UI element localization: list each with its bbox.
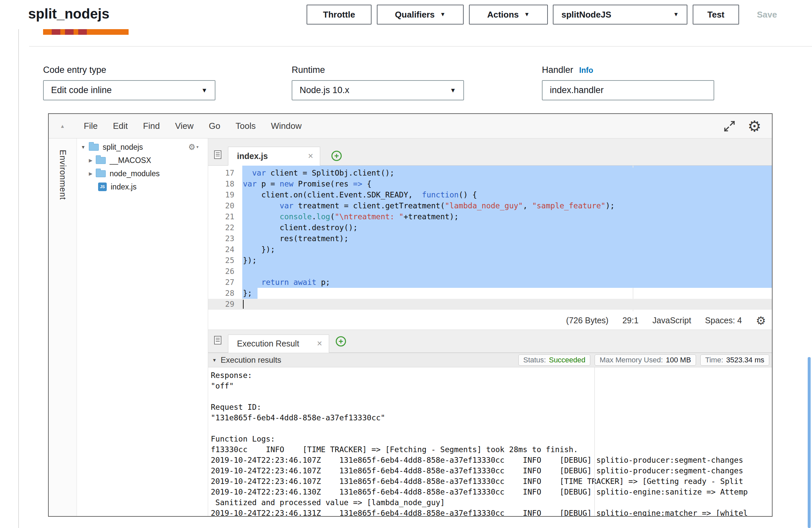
handler-info-link[interactable]: Info <box>579 66 593 75</box>
code-line-17[interactable]: 17 var client = SplitObj.client(); <box>208 167 772 178</box>
code-text: return await p; <box>243 277 330 288</box>
close-icon[interactable]: × <box>317 339 322 349</box>
menu-edit[interactable]: Edit <box>105 121 135 131</box>
line-number[interactable]: 23 <box>208 233 234 244</box>
log-line: "131e865f-6eb4-4dd8-858e-a37ef13330cc" <box>211 412 772 423</box>
tree-item--macosx[interactable]: ▶__MACOSX <box>77 154 208 167</box>
chevron-down-icon: ▼ <box>201 87 207 94</box>
new-tab-icon[interactable]: + <box>331 151 342 161</box>
code-text: }); <box>243 255 257 266</box>
memory-badge: Max Memory Used: 100 MB <box>595 354 696 366</box>
tree-item-label: index.js <box>111 182 136 191</box>
code-area[interactable]: 17 var client = SplitObj.client();18var … <box>208 166 772 311</box>
log-line: Request ID: <box>211 402 772 412</box>
editor-settings-gear-icon[interactable]: ⚙ <box>756 315 766 326</box>
tree-item-node-modules[interactable]: ▶node_modules <box>77 167 208 180</box>
menu-window[interactable]: Window <box>263 121 309 131</box>
page-scrollbar[interactable] <box>808 357 811 528</box>
menu-find[interactable]: Find <box>135 121 168 131</box>
code-line-18[interactable]: 18var p = new Promise(res => { <box>208 178 772 189</box>
chevron-down-icon[interactable]: ▼ <box>212 357 217 363</box>
language-mode[interactable]: JavaScript <box>653 316 691 325</box>
file-tree: ▼ split_nodejs ⚙▾ ▶__MACOSX▶node_modules… <box>77 138 208 516</box>
code-line-27[interactable]: 27 return await p; <box>208 277 772 288</box>
fullscreen-icon[interactable] <box>723 120 736 132</box>
runtime-value: Node.js 10.x <box>300 85 349 96</box>
tree-settings-gear-icon[interactable]: ⚙▾ <box>188 143 199 152</box>
tab-list-icon[interactable] <box>213 335 223 347</box>
line-number[interactable]: 27 <box>208 277 234 288</box>
line-number[interactable]: 19 <box>208 189 234 201</box>
qualifiers-button-label: Qualifiers <box>395 10 435 20</box>
qualifiers-button[interactable]: Qualifiers ▼ <box>377 5 464 25</box>
environment-tab[interactable]: Environment <box>58 150 68 200</box>
close-icon[interactable]: × <box>308 151 313 161</box>
menu-go[interactable]: Go <box>201 121 228 131</box>
execution-badges: Status: Succeeded Max Memory Used: 100 M… <box>518 354 769 366</box>
tab-label: index.js <box>237 151 268 161</box>
log-line: Function Logs: <box>211 434 772 444</box>
chevron-right-icon: ▶ <box>89 171 92 176</box>
js-file-icon: JS <box>98 182 107 191</box>
line-number[interactable]: 18 <box>208 178 234 189</box>
cursor-position[interactable]: 29:1 <box>622 316 639 325</box>
handler-input[interactable] <box>542 80 714 100</box>
menu-file[interactable]: File <box>76 121 105 131</box>
code-line-23[interactable]: 23 res(treatment); <box>208 233 772 244</box>
new-tab-icon[interactable]: + <box>336 336 346 347</box>
menu-tools[interactable]: Tools <box>228 121 263 131</box>
throttle-button-label: Throttle <box>323 10 355 20</box>
log-lines: Response:"off"Request ID:"131e865f-6eb4-… <box>211 370 772 516</box>
code-line-24[interactable]: 24 }); <box>208 244 772 255</box>
tree-root-split-nodejs[interactable]: ▼ split_nodejs ⚙▾ <box>77 141 208 154</box>
alias-select-value: splitNodeJS <box>562 10 611 20</box>
menu-view[interactable]: View <box>168 121 201 131</box>
status-value: Succeeded <box>549 356 585 364</box>
tab-execution-result[interactable]: Execution Result × <box>228 335 329 353</box>
collapse-menubar-icon[interactable]: ▲ <box>60 123 65 129</box>
line-number[interactable]: 25 <box>208 255 234 266</box>
throttle-button[interactable]: Throttle <box>307 5 372 25</box>
test-button-label: Test <box>707 10 725 20</box>
line-number[interactable]: 24 <box>208 244 234 255</box>
clipped-banner <box>43 29 129 35</box>
chevron-down-icon[interactable]: ▼ <box>81 144 86 150</box>
code-line-22[interactable]: 22 client.destroy(); <box>208 222 772 233</box>
indent-setting[interactable]: Spaces: 4 <box>705 316 742 325</box>
test-button[interactable]: Test <box>693 5 739 25</box>
memory-value: 100 MB <box>666 356 691 364</box>
code-line-21[interactable]: 21 console.log("\ntreatment: "+treatment… <box>208 211 772 222</box>
code-line-19[interactable]: 19 client.on(client.Event.SDK_READY, fun… <box>208 189 772 201</box>
code-text: var treatment = client.getTreatment("lam… <box>243 201 615 211</box>
code-line-26[interactable]: 26 <box>208 266 772 277</box>
status-badge: Status: Succeeded <box>518 354 591 366</box>
tree-item-index-js[interactable]: JSindex.js <box>77 180 208 193</box>
code-line-29[interactable]: 29 <box>208 299 772 310</box>
line-number[interactable]: 28 <box>208 288 234 299</box>
log-line: "off" <box>211 381 772 391</box>
line-number[interactable]: 22 <box>208 222 234 233</box>
code-line-20[interactable]: 20 var treatment = client.getTreatment("… <box>208 201 772 211</box>
code-line-25[interactable]: 25}); <box>208 255 772 266</box>
line-number[interactable]: 20 <box>208 201 234 211</box>
code-text: var p = new Promise(res => { <box>243 178 372 189</box>
selection-highlight <box>242 244 772 255</box>
actions-button[interactable]: Actions ▼ <box>469 5 548 25</box>
line-number[interactable]: 29 <box>208 299 234 310</box>
line-number[interactable]: 26 <box>208 266 234 277</box>
tab-index-js[interactable]: index.js × <box>228 147 320 166</box>
code-line-28[interactable]: 28}; <box>208 288 772 299</box>
text-cursor <box>243 300 244 309</box>
code-entry-type-select[interactable]: Edit code inline ▼ <box>43 80 215 100</box>
lambda-function-page: split_nodejs Throttle Qualifiers ▼ Actio… <box>0 0 812 528</box>
runtime-select[interactable]: Node.js 10.x ▼ <box>292 80 464 100</box>
line-number[interactable]: 17 <box>208 167 234 178</box>
log-line <box>211 423 772 434</box>
preferences-gear-icon[interactable]: ⚙ <box>748 119 761 134</box>
save-button[interactable]: Save <box>746 5 787 25</box>
alias-select[interactable]: splitNodeJS ▼ <box>553 5 687 25</box>
tab-list-icon[interactable] <box>213 150 223 161</box>
execution-log[interactable]: Response:"off"Request ID:"131e865f-6eb4-… <box>208 367 772 516</box>
code-text: res(treatment); <box>243 233 349 244</box>
line-number[interactable]: 21 <box>208 211 234 222</box>
